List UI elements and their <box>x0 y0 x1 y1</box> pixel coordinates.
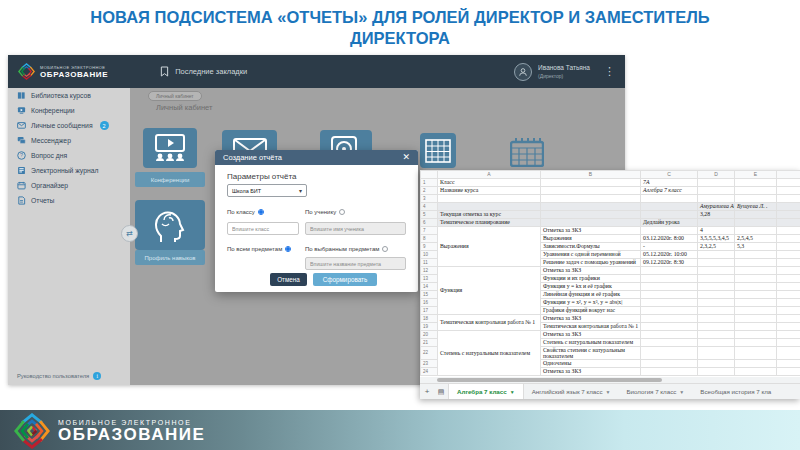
cell[interactable] <box>698 283 735 291</box>
cell[interactable] <box>777 243 800 251</box>
row-number[interactable]: 11 <box>421 259 438 267</box>
cell[interactable] <box>641 211 698 219</box>
all-sheets-icon[interactable]: ▤ <box>434 384 448 399</box>
cell[interactable] <box>698 315 735 323</box>
cell[interactable] <box>777 299 800 307</box>
cell[interactable] <box>641 283 698 291</box>
cell[interactable] <box>698 219 735 227</box>
close-icon[interactable]: ✕ <box>402 153 410 162</box>
sidebar-item-envelope[interactable]: Личные сообщения2 <box>8 118 130 133</box>
student-name-input[interactable] <box>305 222 406 235</box>
cell[interactable] <box>735 347 777 360</box>
sheet-tab[interactable]: Алгебра 7 класс▼ <box>448 384 524 399</box>
last-bookmarks-button[interactable]: Последние закладки <box>160 66 247 77</box>
add-sheet-button[interactable]: + <box>420 384 434 399</box>
column-header[interactable]: E <box>735 171 777 179</box>
conference-tile-icon[interactable] <box>143 128 197 168</box>
cell[interactable] <box>735 323 777 331</box>
sidebar-collapse-toggle[interactable]: ⇄ <box>121 225 138 242</box>
cell[interactable] <box>735 299 777 307</box>
radio-selected-subjects[interactable]: По выбранным предметам <box>305 246 388 252</box>
cell[interactable] <box>698 179 735 187</box>
sidebar-item-organizer[interactable]: Органайзер <box>8 178 130 193</box>
column-header[interactable]: B <box>541 171 641 179</box>
cell[interactable] <box>735 179 777 187</box>
cell[interactable] <box>735 187 777 195</box>
class-input[interactable] <box>227 222 299 235</box>
cancel-button[interactable]: Отмена <box>270 273 307 286</box>
cell[interactable] <box>541 179 641 187</box>
cell[interactable] <box>698 195 735 203</box>
cell[interactable]: 4 <box>698 227 735 235</box>
kebab-menu-icon[interactable]: ⋮ <box>604 66 615 77</box>
cell[interactable] <box>777 267 800 275</box>
skills-tile-label[interactable]: Профиль навыков <box>135 250 205 265</box>
cell[interactable] <box>735 219 777 227</box>
cell[interactable] <box>641 347 698 360</box>
cell[interactable] <box>735 283 777 291</box>
radio-by-class[interactable]: По классу <box>227 209 264 215</box>
cell[interactable]: Функции y = x², y = x³, y = abs|x| <box>541 299 641 307</box>
row-number[interactable]: 13 <box>421 275 438 283</box>
cell[interactable]: Функция <box>438 267 541 315</box>
row-number[interactable]: 2 <box>421 187 438 195</box>
cell[interactable] <box>698 331 735 339</box>
cell[interactable] <box>735 267 777 275</box>
cell[interactable] <box>641 299 698 307</box>
cell[interactable] <box>777 368 800 376</box>
cell[interactable] <box>777 251 800 259</box>
cell[interactable]: - <box>641 243 698 251</box>
cell[interactable] <box>641 323 698 331</box>
cell[interactable] <box>777 331 800 339</box>
cell[interactable]: Выражения <box>541 235 641 243</box>
cell[interactable]: Отметка за ЗКЗ <box>541 227 641 235</box>
sheet-tab[interactable]: Всеобщая история 7 кла <box>692 384 779 399</box>
cell[interactable] <box>641 203 698 211</box>
cell[interactable] <box>541 219 641 227</box>
sidebar-item-question[interactable]: ?Вопрос дня <box>8 148 130 163</box>
cell[interactable] <box>641 291 698 299</box>
cell[interactable] <box>777 283 800 291</box>
cell[interactable] <box>735 307 777 315</box>
cell[interactable] <box>777 339 800 347</box>
cell[interactable] <box>777 323 800 331</box>
cell[interactable] <box>777 187 800 195</box>
cell[interactable] <box>777 291 800 299</box>
cell[interactable]: Класс <box>438 179 541 187</box>
row-number[interactable]: 6 <box>421 219 438 227</box>
cell[interactable] <box>777 259 800 267</box>
cell[interactable] <box>777 315 800 323</box>
conference-tile-label[interactable]: Конференции <box>135 172 205 187</box>
cell[interactable]: Дедлайн урока <box>641 219 698 227</box>
cell[interactable]: Зависимости.Формулы <box>541 243 641 251</box>
cell[interactable] <box>698 275 735 283</box>
cell[interactable] <box>777 360 800 368</box>
cell[interactable]: Одночлены <box>541 360 641 368</box>
cell[interactable]: 2,5,4,5 <box>735 235 777 243</box>
row-number[interactable]: 18 <box>421 315 438 323</box>
cell[interactable] <box>777 203 800 211</box>
tab-personal-cabinet[interactable]: Личный кабинет <box>148 91 202 101</box>
cell[interactable] <box>777 307 800 315</box>
school-select[interactable]: Школа БИТ ▾ <box>227 184 307 197</box>
cell[interactable] <box>698 368 735 376</box>
cell[interactable] <box>735 251 777 259</box>
row-number[interactable]: 22 <box>421 347 438 360</box>
cell[interactable]: Алгебра 7 класс <box>641 187 698 195</box>
cell[interactable]: 3,28 <box>698 211 735 219</box>
cell[interactable] <box>777 235 800 243</box>
cell[interactable] <box>641 227 698 235</box>
row-number[interactable]: 23 <box>421 360 438 368</box>
cell[interactable] <box>698 347 735 360</box>
row-number[interactable]: 7 <box>421 227 438 235</box>
radio-by-student[interactable]: По ученику <box>305 209 345 215</box>
row-number[interactable]: 12 <box>421 267 438 275</box>
sidebar-item-messenger[interactable]: Мессенджер <box>8 133 130 148</box>
row-number[interactable]: 21 <box>421 339 438 347</box>
cell[interactable] <box>641 275 698 283</box>
cell[interactable]: 7А <box>641 179 698 187</box>
cell[interactable] <box>735 339 777 347</box>
cell[interactable] <box>777 195 800 203</box>
row-number[interactable]: 24 <box>421 368 438 376</box>
row-number[interactable]: 1 <box>421 179 438 187</box>
